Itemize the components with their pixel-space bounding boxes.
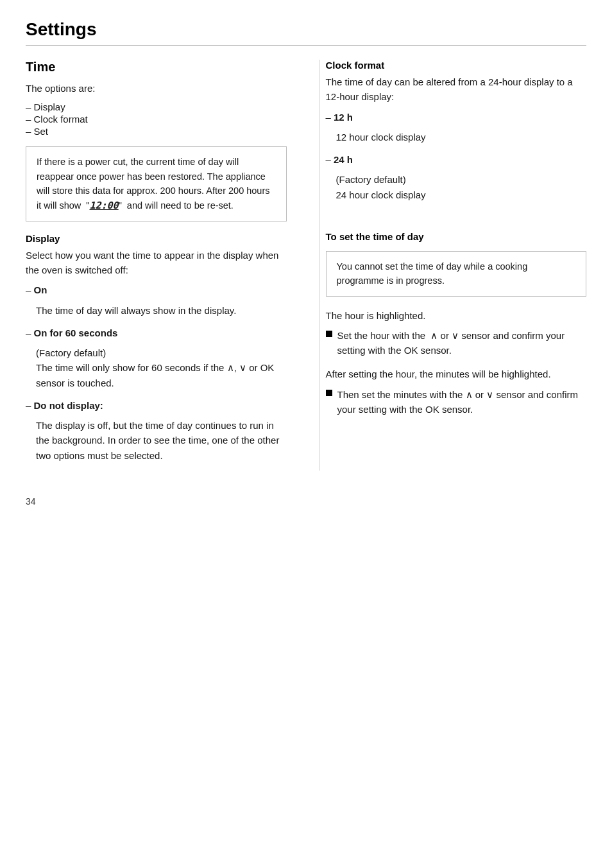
list-item: Display (26, 101, 287, 113)
display-section-title: Display (26, 233, 287, 244)
set-time-title: To set the time of day (326, 231, 587, 242)
set-time-warning-box: You cannot set the time of day while a c… (326, 251, 587, 297)
option-12h-desc: 12 hour clock display (336, 130, 587, 144)
list-item: Clock format (26, 113, 287, 125)
set-hour-bullet: Set the hour with the ∧ or ∨ sensor and … (326, 328, 587, 358)
clock-format-intro: The time of day can be altered from a 24… (326, 74, 587, 105)
option-on-60-label: On for 60 seconds (34, 327, 118, 338)
option-on-60-desc: The time will only show for 60 seconds i… (36, 360, 287, 390)
option-on-desc: The time of day will always show in the … (36, 303, 287, 318)
options-list: Display Clock format Set (26, 101, 287, 137)
set-minutes-text: Then set the minutes with the ∧ or ∨ sen… (337, 387, 587, 417)
bullet-icon (326, 331, 332, 337)
bullet-icon (326, 390, 332, 396)
right-column: Clock format The time of day can be alte… (319, 60, 587, 471)
info-box-text-after: " and will need to be re-set. (119, 200, 234, 211)
clock-format-title: Clock format (326, 60, 587, 71)
page-number: 34 (26, 496, 586, 507)
page-title: Settings (26, 19, 586, 40)
time-section-title: Time (26, 60, 287, 74)
option-24h-desc: 24 hour clock display (336, 187, 587, 202)
hour-highlighted-text: The hour is highlighted. (326, 308, 587, 323)
option-on-60: – On for 60 seconds (Factory default) Th… (26, 326, 287, 390)
option-on: – On The time of day will always show in… (26, 282, 287, 318)
title-divider (26, 45, 586, 46)
set-minutes-bullet: Then set the minutes with the ∧ or ∨ sen… (326, 387, 587, 417)
option-12h-label: 12 h (334, 112, 353, 123)
list-item: Set (26, 125, 287, 137)
main-content: Time The options are: Display Clock form… (26, 60, 586, 471)
option-24h-factory: (Factory default) (336, 172, 587, 187)
option-24h-label: 24 h (334, 154, 353, 165)
options-intro: The options are: (26, 81, 287, 96)
display-intro: Select how you want the time to appear i… (26, 248, 287, 278)
left-column: Time The options are: Display Clock form… (26, 60, 300, 471)
option-no-display-label: Do not display: (34, 400, 103, 411)
option-24h: – 24 h (Factory default) 24 hour clock d… (326, 152, 587, 202)
option-on-label: On (34, 284, 47, 295)
clock-display: 12:00 (90, 200, 119, 211)
option-no-display-desc: The display is off, but the time of day … (36, 418, 287, 463)
minutes-highlighted-text: After setting the hour, the minutes will… (326, 367, 587, 381)
option-12h: – 12 h 12 hour clock display (326, 110, 587, 145)
option-do-not-display: – Do not display: The display is off, bu… (26, 398, 287, 463)
power-cut-info-box: If there is a power cut, the current tim… (26, 146, 287, 221)
option-on-60-factory: (Factory default) (36, 345, 287, 360)
set-hour-text: Set the hour with the ∧ or ∨ sensor and … (337, 328, 587, 358)
